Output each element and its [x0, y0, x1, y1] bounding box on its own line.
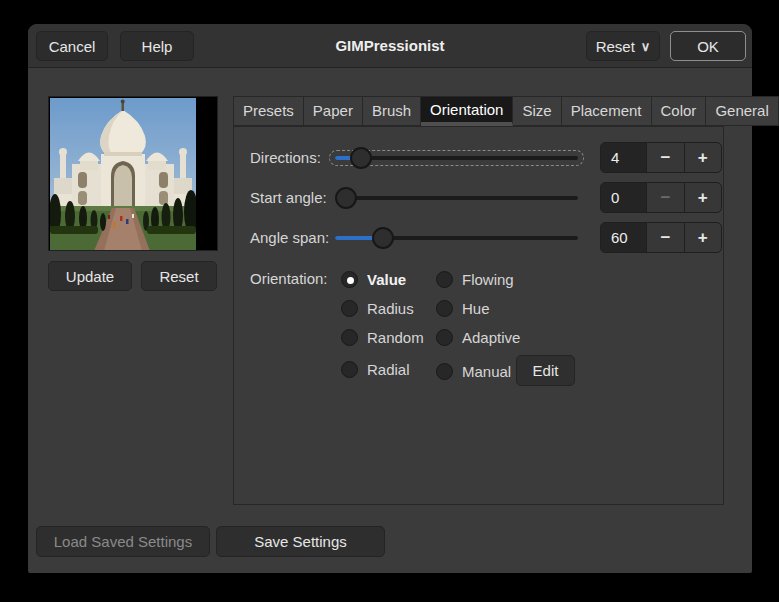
tab-size[interactable]: Size — [513, 96, 561, 126]
minus-icon[interactable]: − — [646, 223, 683, 252]
radio-icon[interactable] — [341, 271, 358, 288]
slider-thumb[interactable] — [372, 227, 394, 249]
settings-notebook: Presets Paper Brush Orientation Size Pla… — [233, 96, 724, 505]
radio-label: Radius — [367, 300, 414, 317]
radio-label: Value — [367, 271, 406, 288]
radio-radius[interactable]: Radius — [341, 299, 414, 317]
headerbar: Cancel Help GIMPressionist Reset ∨ OK — [28, 24, 752, 68]
tab-strip: Presets Paper Brush Orientation Size Pla… — [233, 96, 779, 126]
help-button[interactable]: Help — [120, 31, 194, 61]
angle-span-label: Angle span: — [250, 229, 329, 247]
directions-spinbutton: 4 − + — [600, 142, 722, 173]
plus-icon[interactable]: + — [684, 183, 721, 212]
cancel-button[interactable]: Cancel — [36, 31, 108, 61]
start-angle-value-entry[interactable]: 0 — [601, 183, 646, 212]
preview-image — [48, 96, 218, 251]
radio-value[interactable]: Value — [341, 270, 406, 288]
radio-label: Radial — [367, 361, 410, 378]
radio-label: Adaptive — [462, 329, 520, 346]
gimpressionist-dialog: Cancel Help GIMPressionist Reset ∨ OK — [28, 24, 752, 573]
radio-label: Manual — [462, 363, 511, 380]
radio-icon[interactable] — [436, 271, 453, 288]
directions-value-entry[interactable]: 4 — [601, 143, 646, 172]
radio-icon[interactable] — [341, 329, 358, 346]
radio-icon[interactable] — [341, 300, 358, 317]
radio-label: Hue — [462, 300, 490, 317]
tab-orientation[interactable]: Orientation — [421, 96, 513, 126]
slider-thumb[interactable] — [350, 147, 372, 169]
reset-dropdown-label: Reset — [596, 38, 635, 55]
directions-slider[interactable] — [335, 147, 578, 169]
radio-icon[interactable] — [436, 363, 453, 380]
radio-manual[interactable]: Manual — [436, 362, 511, 380]
minus-icon[interactable]: − — [646, 143, 683, 172]
chevron-down-icon: ∨ — [641, 39, 651, 54]
directions-label: Directions: — [250, 149, 321, 167]
update-button[interactable]: Update — [48, 261, 132, 291]
start-angle-slider[interactable] — [335, 187, 578, 209]
plus-icon[interactable]: + — [684, 143, 721, 172]
preview-reset-button[interactable]: Reset — [141, 261, 217, 291]
tab-presets[interactable]: Presets — [233, 96, 304, 126]
taj-mahal-illustration — [50, 98, 196, 251]
radio-label: Random — [367, 329, 424, 346]
angle-span-slider[interactable] — [335, 227, 578, 249]
orientation-group-label: Orientation: — [250, 270, 328, 288]
tab-brush[interactable]: Brush — [363, 96, 421, 126]
tab-placement[interactable]: Placement — [562, 96, 652, 126]
tab-general[interactable]: General — [706, 96, 778, 126]
angle-span-spinbutton: 60 − + — [600, 222, 722, 253]
edit-button[interactable]: Edit — [516, 355, 575, 386]
load-saved-settings-button[interactable]: Load Saved Settings — [36, 526, 210, 557]
radio-icon[interactable] — [436, 329, 453, 346]
radio-icon[interactable] — [436, 300, 453, 317]
slider-track[interactable] — [335, 196, 578, 200]
radio-label: Flowing — [462, 271, 514, 288]
save-settings-button[interactable]: Save Settings — [216, 526, 385, 557]
start-angle-label: Start angle: — [250, 189, 327, 207]
radio-radial[interactable]: Radial — [341, 360, 410, 378]
start-angle-spinbutton: 0 − + — [600, 182, 722, 213]
reset-dropdown-button[interactable]: Reset ∨ — [586, 31, 660, 61]
angle-span-value-entry[interactable]: 60 — [601, 223, 646, 252]
radio-icon[interactable] — [341, 361, 358, 378]
radio-random[interactable]: Random — [341, 328, 424, 346]
ok-button[interactable]: OK — [670, 31, 746, 61]
screen-background: Cancel Help GIMPressionist Reset ∨ OK — [0, 0, 779, 602]
radio-flowing[interactable]: Flowing — [436, 270, 514, 288]
minus-icon[interactable]: − — [646, 183, 683, 212]
tab-color[interactable]: Color — [652, 96, 707, 126]
tab-paper[interactable]: Paper — [304, 96, 363, 126]
slider-thumb[interactable] — [335, 187, 357, 209]
radio-adaptive[interactable]: Adaptive — [436, 328, 520, 346]
plus-icon[interactable]: + — [684, 223, 721, 252]
radio-hue[interactable]: Hue — [436, 299, 490, 317]
